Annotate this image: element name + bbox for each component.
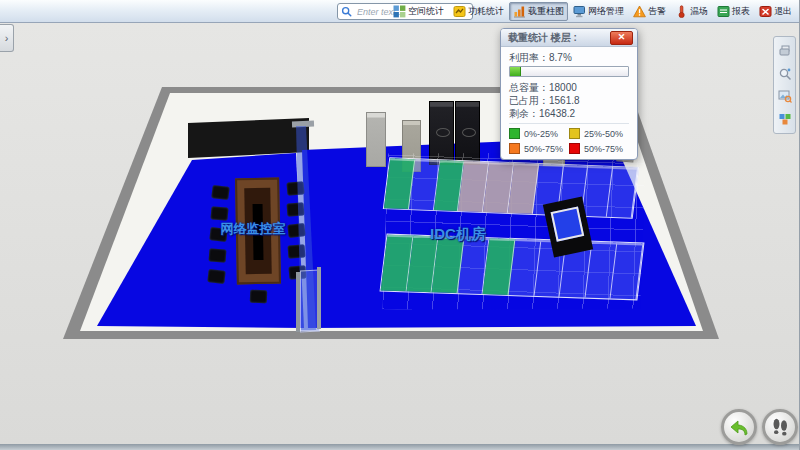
door-post-right <box>317 267 321 329</box>
exit-button[interactable]: 退出 <box>755 2 796 21</box>
progress-fill <box>510 67 521 76</box>
legend-label: 25%-50% <box>584 129 623 139</box>
alarm-label: 告警 <box>648 5 666 18</box>
network-mgmt-button[interactable]: 网络管理 <box>569 2 628 21</box>
load-legend: 0%-25% 25%-50% 50%-75% 50%-75% <box>509 123 629 154</box>
report-icon <box>717 5 730 18</box>
temp-field-label: 温场 <box>690 5 708 18</box>
search-icon <box>341 6 352 17</box>
legend-swatch <box>569 128 580 139</box>
legend-label: 50%-75% <box>584 144 623 154</box>
bar-chart-icon <box>513 5 526 18</box>
room-label-idc: IDC机房 <box>408 225 508 244</box>
legend-item: 0%-25% <box>509 128 569 139</box>
cabinet-logo <box>436 128 450 137</box>
grid-icon <box>393 5 406 18</box>
display-screen <box>551 206 585 241</box>
total-capacity-text: 总容量：18000 <box>509 81 629 94</box>
toolbar-buttons: 空间统计 功耗统计 载重柱图 <box>389 0 796 22</box>
legend-swatch <box>569 143 580 154</box>
printer-icon <box>778 44 792 58</box>
cabinet-logo <box>462 128 476 137</box>
print-button[interactable] <box>776 43 793 60</box>
utilization-text: 利用率：8.7% <box>509 51 629 64</box>
back-button[interactable] <box>721 409 757 445</box>
exit-label: 退出 <box>774 5 792 18</box>
right-tool-strip <box>773 36 796 134</box>
window-bottom-border <box>0 444 799 450</box>
door-post-left <box>296 272 300 332</box>
load-chart-button[interactable]: 载重柱图 <box>509 2 568 21</box>
legend-swatch <box>509 143 520 154</box>
legend-item: 50%-75% <box>509 143 569 154</box>
legend-label: 50%-75% <box>524 144 563 154</box>
legend-label: 0%-25% <box>524 129 558 139</box>
rack-row[interactable] <box>383 157 639 218</box>
used-text: 已占用：1561.8 <box>509 94 629 107</box>
chair <box>209 248 227 262</box>
blocks-icon <box>778 112 792 126</box>
close-button[interactable]: ✕ <box>610 31 633 45</box>
chair <box>211 185 229 200</box>
legend-swatch <box>509 128 520 139</box>
load-stats-panel: 载重统计 楼层 : ✕ 利用率：8.7% 总容量：18000 已占用：1561.… <box>500 28 638 160</box>
space-stats-button[interactable]: 空间统计 <box>389 2 448 21</box>
power-stats-label: 功耗统计 <box>468 5 504 18</box>
sidebar-expander-button[interactable]: › <box>0 24 14 52</box>
zoom-search-button[interactable] <box>776 65 793 82</box>
load-stats-panel-body: 利用率：8.7% 总容量：18000 已占用：1561.8 剩余：16438.2… <box>501 47 637 159</box>
power-icon <box>453 5 466 18</box>
chair <box>210 206 228 220</box>
utilization-progress-bar <box>509 66 629 77</box>
footprints-icon <box>769 416 791 438</box>
rack-cell <box>611 243 643 300</box>
legend-item: 25%-50% <box>569 128 629 139</box>
report-label: 报表 <box>732 5 750 18</box>
thermometer-icon <box>675 5 688 18</box>
temp-field-button[interactable]: 温场 <box>671 2 712 21</box>
network-icon <box>573 5 586 18</box>
blocks-view-button[interactable] <box>776 110 793 127</box>
walk-mode-button[interactable] <box>762 409 798 445</box>
report-button[interactable]: 报表 <box>713 2 754 21</box>
load-stats-panel-header[interactable]: 载重统计 楼层 : ✕ <box>501 29 637 47</box>
magnifier-icon <box>778 67 792 81</box>
undo-arrow-icon <box>728 416 750 438</box>
alarm-button[interactable]: 告警 <box>629 2 670 21</box>
network-mgmt-label: 网络管理 <box>588 5 624 18</box>
preview-button[interactable] <box>776 88 793 105</box>
close-icon: ✕ <box>618 32 626 42</box>
scene-3d-view[interactable]: 网络监控室 IDC机房 <box>0 22 799 444</box>
panel-title: 载重统计 楼层 : <box>508 31 610 45</box>
chair <box>207 269 225 284</box>
load-chart-label: 载重柱图 <box>528 5 564 18</box>
equipment-cabinet <box>366 112 386 167</box>
rack-cell <box>607 167 638 218</box>
room-label-monitor: 网络监控室 <box>198 220 308 238</box>
exit-icon <box>759 5 772 18</box>
preview-icon <box>778 89 792 103</box>
alert-icon <box>633 5 646 18</box>
space-stats-label: 空间统计 <box>408 5 444 18</box>
remaining-text: 剩余：16438.2 <box>509 107 629 120</box>
top-toolbar: 空间统计 功耗统计 载重柱图 <box>0 0 799 23</box>
app-window: 空间统计 功耗统计 载重柱图 <box>0 0 800 450</box>
legend-item: 50%-75% <box>569 143 629 154</box>
power-stats-button[interactable]: 功耗统计 <box>449 2 508 21</box>
chair <box>250 290 267 304</box>
chevron-right-icon: › <box>5 32 9 44</box>
